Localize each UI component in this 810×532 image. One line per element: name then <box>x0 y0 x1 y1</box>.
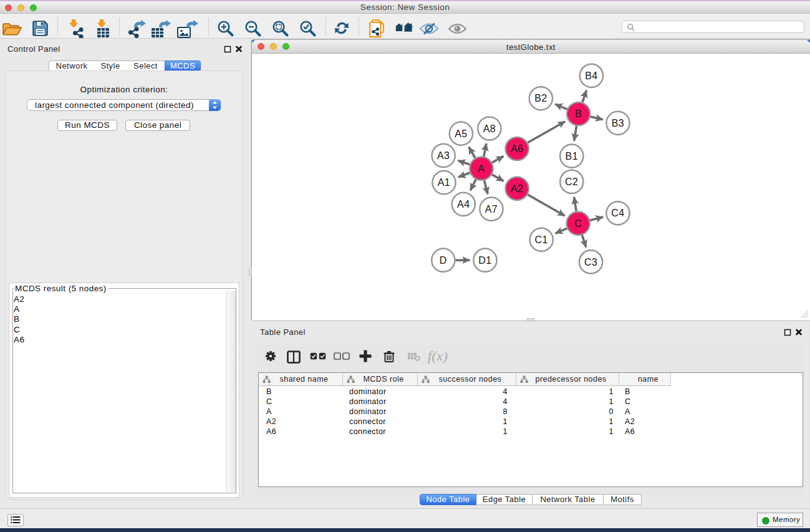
svg-text:C1: C1 <box>535 235 548 245</box>
svg-text:B1: B1 <box>566 151 578 162</box>
svg-text:D: D <box>440 255 447 266</box>
svg-text:C3: C3 <box>584 257 597 268</box>
svg-text:A2: A2 <box>511 183 523 194</box>
svg-text:B2: B2 <box>534 93 547 104</box>
svg-text:B: B <box>575 109 582 119</box>
svg-text:B3: B3 <box>612 118 624 128</box>
svg-text:B4: B4 <box>585 70 597 81</box>
svg-text:A: A <box>478 163 485 174</box>
svg-text:C4: C4 <box>611 208 624 218</box>
svg-text:C2: C2 <box>565 177 578 187</box>
svg-text:A1: A1 <box>438 177 450 188</box>
svg-text:D1: D1 <box>478 255 491 266</box>
svg-text:A6: A6 <box>511 143 523 154</box>
svg-text:A4: A4 <box>457 199 470 210</box>
svg-text:A5: A5 <box>455 128 467 139</box>
svg-text:C: C <box>574 218 582 229</box>
svg-text:A3: A3 <box>437 150 450 161</box>
svg-text:A7: A7 <box>485 204 498 215</box>
svg-text:A8: A8 <box>483 123 496 134</box>
